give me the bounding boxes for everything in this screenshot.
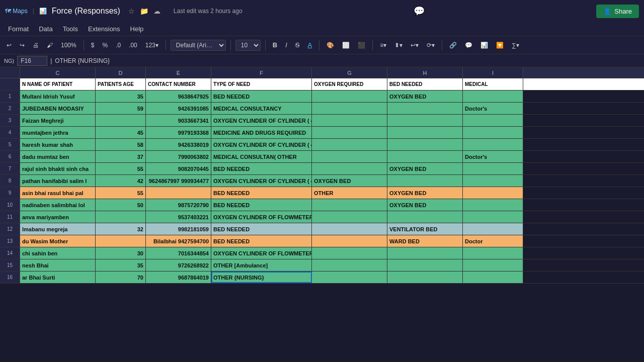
cell-oxygen[interactable] — [312, 211, 387, 223]
cell-name[interactable]: nadinaben salimbhai lol — [20, 199, 96, 211]
cell-age[interactable]: 37 — [96, 151, 146, 162]
cell-name[interactable]: anva mariyamben — [20, 211, 96, 223]
col-header-c[interactable]: C — [20, 67, 96, 78]
cell-type-of-need[interactable]: BED NEEDED — [211, 187, 312, 199]
cell-contact[interactable]: 7016344854 — [146, 247, 211, 259]
cell-bed[interactable] — [387, 139, 463, 150]
cell-medical[interactable] — [463, 139, 523, 150]
cell-medical[interactable] — [463, 187, 523, 199]
menu-data[interactable]: Data — [35, 24, 56, 34]
underline-button[interactable]: A — [305, 40, 314, 50]
font-select[interactable]: Default (Ari… — [171, 40, 226, 51]
menu-tools[interactable]: Tools — [59, 24, 82, 34]
cell-oxygen[interactable] — [312, 127, 387, 138]
col-header-d[interactable]: D — [96, 67, 146, 78]
cell-oxygen[interactable] — [312, 247, 387, 259]
col-header-i[interactable]: I — [463, 67, 523, 78]
table-row[interactable]: 5 haresh kumar shah 58 9426338019 OXYGEN… — [0, 139, 644, 151]
table-row[interactable]: 12 lmabanu megreja 32 9982181059 BED NEE… — [0, 223, 644, 235]
cell-name[interactable]: ar Bhai Surti — [20, 272, 96, 283]
cell-medical[interactable]: Doctor's — [463, 151, 523, 162]
cell-type-of-need[interactable]: BED NEEDED — [211, 235, 312, 247]
cell-name[interactable]: asin bhai rasul bhai pal — [20, 187, 96, 199]
cell-medical[interactable]: Doctor — [463, 235, 523, 247]
cell-bed[interactable] — [387, 211, 463, 223]
cell-bed[interactable] — [387, 175, 463, 187]
undo-icon[interactable]: ↩ — [4, 41, 14, 50]
col-header-g[interactable]: G — [312, 67, 387, 78]
cell-type-of-need[interactable]: OXYGEN CYLINDER OF FLOWMETER — [211, 211, 312, 223]
decimal-dec[interactable]: .0 — [113, 41, 123, 50]
cell-type-of-need[interactable]: OXYGEN CYLINDER OF CYLINDER ( 40 LITERS) — [211, 115, 312, 126]
cell-type-of-need[interactable]: MEDICINE AND DRUGS REQUIRED — [211, 127, 312, 138]
decimal-inc[interactable]: .00 — [126, 41, 140, 50]
function-icon[interactable]: ∑▾ — [509, 41, 522, 50]
cell-oxygen[interactable] — [312, 163, 387, 174]
cell-bed[interactable] — [387, 127, 463, 138]
cell-name[interactable]: dadu mumtaz ben — [20, 151, 96, 162]
cell-oxygen[interactable] — [312, 272, 387, 283]
percent-icon[interactable]: % — [100, 41, 110, 50]
cell-oxygen[interactable] — [312, 103, 387, 114]
cell-oxygen[interactable]: OXYGEN BED — [312, 175, 387, 187]
cell-bed[interactable] — [387, 259, 463, 271]
cell-age[interactable]: 30 — [96, 247, 146, 259]
cell-bed[interactable] — [387, 247, 463, 259]
cell-medical[interactable] — [463, 115, 523, 126]
col-header-f[interactable]: F — [211, 67, 312, 78]
cell-contact[interactable]: 9033667341 — [146, 115, 211, 126]
cell-medical[interactable] — [463, 247, 523, 259]
table-row[interactable]: 13 du Wasim Mother Bilalbhai 9427594700 … — [0, 235, 644, 247]
table-row[interactable]: 16 ar Bhai Surti 70 9687864019 OTHER {NU… — [0, 272, 644, 284]
cell-oxygen[interactable] — [312, 259, 387, 271]
table-row[interactable]: 9 asin bhai rasul bhai pal 55 BED NEEDED… — [0, 187, 644, 199]
cell-name[interactable]: du Wasim Mother — [20, 235, 96, 247]
table-row[interactable]: 4 mumtajben jethra 45 9979193368 MEDICIN… — [0, 127, 644, 139]
cell-age[interactable]: 70 — [96, 272, 146, 283]
cell-medical[interactable] — [463, 90, 523, 102]
star-icon[interactable]: ☆ — [128, 7, 135, 15]
paint-format-icon[interactable]: 🖌 — [44, 41, 55, 50]
cell-name[interactable]: lmabanu megreja — [20, 223, 96, 235]
cell-oxygen[interactable]: OTHER — [312, 187, 387, 199]
cell-name[interactable]: pathan hanifabibi salim l — [20, 175, 96, 187]
cell-bed[interactable] — [387, 272, 463, 283]
zoom-icon[interactable]: 100% — [58, 41, 79, 50]
chart-icon[interactable]: 📊 — [478, 41, 491, 50]
cell-type-of-need[interactable]: BED NEEDED — [211, 223, 312, 235]
cell-bed[interactable]: VENTILATOR BED — [387, 223, 463, 235]
comment-icon[interactable]: 💬 — [462, 41, 475, 50]
cell-contact[interactable]: 9875720790 — [146, 199, 211, 211]
cell-contact[interactable]: 9726268922 — [146, 259, 211, 271]
cell-oxygen[interactable] — [312, 151, 387, 162]
cell-contact[interactable]: 9537403221 — [146, 211, 211, 223]
cell-age[interactable]: 50 — [96, 199, 146, 211]
cell-name[interactable]: rajul sinh bhakti sinh cha — [20, 163, 96, 174]
cell-type-of-need[interactable]: OXYGEN CYLINDER OF CYLINDER ( 40 LITERS) — [211, 175, 312, 187]
wrap-icon[interactable]: ↩▾ — [408, 41, 421, 50]
share-button[interactable]: 👤 Share — [596, 5, 639, 18]
cell-contact[interactable]: 9638647925 — [146, 90, 211, 102]
table-row[interactable]: 2 JUBEDABEN MODASIY 59 9426391085 MEDICA… — [0, 103, 644, 115]
cell-oxygen[interactable] — [312, 90, 387, 102]
table-row[interactable]: 7 rajul sinh bhakti sinh cha 55 90820704… — [0, 163, 644, 175]
cell-name[interactable]: Faizan Meghreji — [20, 115, 96, 126]
cell-age[interactable] — [96, 235, 146, 247]
cell-contact[interactable]: Bilalbhai 9427594700 — [146, 235, 211, 247]
cell-oxygen[interactable] — [312, 223, 387, 235]
cell-contact[interactable]: 9687864019 — [146, 272, 211, 283]
print-icon[interactable]: 🖨 — [30, 41, 41, 50]
cell-reference[interactable] — [17, 56, 47, 66]
font-size-select[interactable]: 10 — [235, 40, 261, 51]
cell-age[interactable]: 55 — [96, 163, 146, 174]
cell-age[interactable]: 35 — [96, 90, 146, 102]
cell-name[interactable]: haresh kumar shah — [20, 139, 96, 150]
cell-bed[interactable]: WARD BED — [387, 235, 463, 247]
cell-type-of-need[interactable]: BED NEEDED — [211, 90, 312, 102]
cell-contact[interactable]: 9426391085 — [146, 103, 211, 114]
cell-age[interactable] — [96, 211, 146, 223]
table-row[interactable]: 1 Multani Idrish Yusuf 35 9638647925 BED… — [0, 90, 644, 103]
cell-contact[interactable]: 9082070445 — [146, 163, 211, 174]
cell-medical[interactable] — [463, 127, 523, 138]
cell-contact[interactable] — [146, 187, 211, 199]
